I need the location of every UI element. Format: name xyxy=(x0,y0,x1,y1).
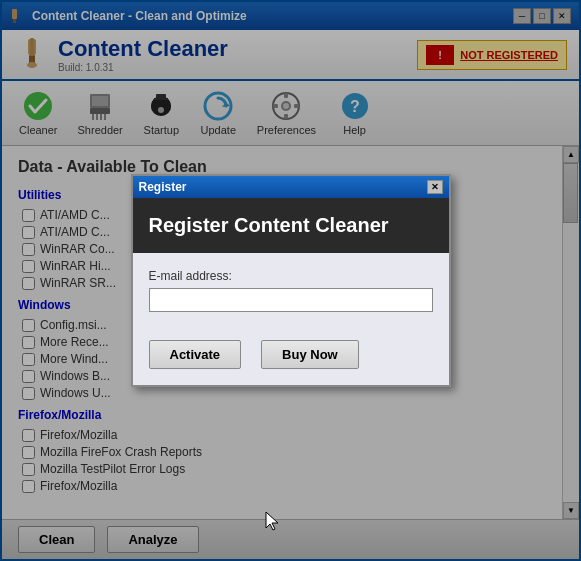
email-label: E-mail address: xyxy=(149,269,433,283)
activate-button[interactable]: Activate xyxy=(149,340,242,369)
modal-body: E-mail address: xyxy=(133,253,449,328)
register-modal: Register ✕ Register Content Cleaner E-ma… xyxy=(131,174,451,387)
modal-header-title: Register Content Cleaner xyxy=(149,214,389,236)
modal-overlay: Register ✕ Register Content Cleaner E-ma… xyxy=(0,0,581,561)
email-input[interactable] xyxy=(149,288,433,312)
buy-now-button[interactable]: Buy Now xyxy=(261,340,359,369)
modal-footer: Activate Buy Now xyxy=(133,328,449,385)
modal-close-button[interactable]: ✕ xyxy=(427,180,443,194)
modal-title-bar: Register ✕ xyxy=(133,176,449,198)
modal-header-dark: Register Content Cleaner xyxy=(133,198,449,253)
modal-title: Register xyxy=(139,180,187,194)
